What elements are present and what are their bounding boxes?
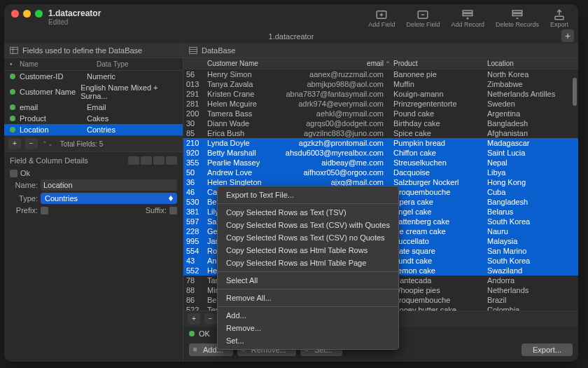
add-field-button[interactable]: Add Field [368, 8, 395, 28]
table-row[interactable]: 200Tamera Bassaehkl@mymail.comPound cake… [183, 109, 578, 118]
table-row[interactable]: 355Pearlie Masseyaidbeay@me.comStreuselk… [183, 158, 578, 168]
field-row[interactable]: Customer-IDNumeric [4, 71, 183, 82]
svg-rect-2 [463, 11, 472, 13]
delete-field-icon [416, 8, 429, 21]
table-row[interactable]: 920Betty Marshallahsdu6003@myrealbox.com… [183, 148, 578, 158]
delete-records-button[interactable]: Delete Records [496, 8, 539, 28]
fields-panel-title: Fields used to define the DataBase [22, 46, 142, 55]
context-menu-item[interactable]: Remove... [218, 322, 398, 334]
field-dot-col: • [10, 60, 20, 68]
context-menu-item[interactable]: Copy Selected Rows as Text (TSV) [218, 206, 398, 219]
field-type: English Name Mixed + Surna... [80, 83, 177, 100]
add-record-icon [461, 8, 474, 21]
ok-label: Ok [20, 169, 30, 177]
table-row[interactable]: 50Andrew Loveaifhoxr050@orgoo.comDacquoi… [183, 168, 578, 177]
table-row[interactable]: 013Tanya Zavalaabmjkpo988@aol.comMuffinZ… [183, 79, 578, 89]
remove-record-mini[interactable]: − [204, 313, 217, 325]
table-row[interactable]: 56Henry Simonaanex@ruzzmail.comBanonee p… [183, 69, 578, 79]
suffix-checkbox[interactable] [169, 207, 177, 214]
col-location[interactable]: Location [484, 60, 575, 67]
database-icon [189, 46, 197, 55]
type-select[interactable]: Countries [41, 193, 177, 204]
new-tab-button[interactable]: + [561, 29, 574, 42]
context-menu-item[interactable]: Copy Selected Rows as Html Table Rows [218, 244, 398, 257]
field-name: email [20, 103, 87, 111]
col-email[interactable]: email [281, 60, 386, 67]
toolbar: Add Field Delete Field Add Record Delete… [368, 8, 571, 28]
field-status-dot [10, 127, 15, 132]
window-close-button[interactable] [11, 10, 19, 18]
field-status-dot [10, 89, 15, 95]
fields-col-type[interactable]: Data Type [97, 60, 177, 68]
type-label: Type: [10, 194, 38, 203]
add-field-icon [375, 8, 388, 21]
export-button[interactable]: Export [550, 8, 568, 28]
fields-panel: Fields used to define the DataBase • Nam… [4, 43, 183, 362]
delete-records-icon [511, 8, 524, 21]
add-record-button[interactable]: Add Record [451, 8, 484, 28]
field-status-dot [10, 104, 15, 110]
export-icon [553, 8, 566, 21]
col-product[interactable]: Product [393, 60, 484, 67]
add-field-mini[interactable]: + [8, 138, 21, 149]
table-row[interactable]: 85Erica Bushagvzilnc883@juno.comSpice ca… [183, 128, 578, 138]
col-customer-name[interactable]: Customer Name [207, 60, 281, 67]
context-menu-item[interactable]: Export to Text File... [218, 189, 398, 201]
svg-rect-5 [512, 14, 522, 16]
fields-panel-icon [10, 46, 18, 55]
fields-col-name[interactable]: Name [20, 60, 97, 68]
svg-rect-6 [555, 16, 564, 20]
field-row[interactable]: Customer NameEnglish Name Mixed + Surna.… [4, 82, 183, 102]
field-name: Customer Name [20, 88, 80, 96]
field-row[interactable]: LocationContries [4, 124, 183, 135]
prefix-checkbox[interactable] [41, 207, 48, 214]
field-type: Contries [87, 125, 115, 134]
ok-status-dot [189, 331, 195, 336]
remove-field-mini[interactable]: − [25, 138, 38, 149]
context-menu: Export to Text File...Copy Selected Rows… [217, 186, 399, 350]
window-title: 1.datacreator [48, 8, 101, 18]
table-row[interactable]: 281Helen Mcguireadrk974@everymail.comPri… [183, 99, 578, 109]
context-menu-item[interactable]: Remove All... [218, 292, 398, 304]
context-menu-item[interactable]: Copy Selected Rows as Text (CSV) with Qu… [218, 219, 398, 231]
ok-status-label: OK [199, 329, 210, 338]
field-name: Customer-ID [20, 72, 87, 81]
context-menu-item[interactable]: Copy Selected Rows as Html Table Page [218, 257, 398, 269]
align-buttons[interactable] [128, 156, 177, 165]
context-menu-item[interactable]: Select All [218, 274, 398, 287]
name-label: Name: [10, 181, 38, 189]
delete-field-button[interactable]: Delete Field [406, 8, 440, 28]
total-fields-label: Total Fields: 5 [60, 140, 104, 148]
reorder-fields[interactable]: ⌃⌄ [42, 140, 53, 147]
grid-scrollbar[interactable] [573, 71, 577, 309]
details-header: Field & Column Details [10, 156, 88, 165]
name-field[interactable] [41, 179, 177, 191]
field-name: Location [20, 125, 87, 134]
window-minimize-button[interactable] [23, 10, 31, 18]
svg-rect-3 [463, 14, 472, 16]
table-row[interactable]: 210Lynda Doyleagzkzh@prontomail.comPumpk… [183, 138, 578, 148]
ok-checkbox[interactable] [10, 170, 18, 177]
field-type: Numeric [87, 72, 115, 81]
suffix-label: Suffix: [146, 206, 167, 214]
field-type: Cakes [87, 114, 108, 123]
tab-title: 1.datacreator [269, 32, 314, 41]
window-subtitle: Edited [48, 18, 101, 26]
table-row[interactable]: 30Diann Wadeagrqs00@dodgeit.comBirthday … [183, 118, 578, 128]
field-type: Email [87, 103, 106, 111]
svg-rect-4 [512, 11, 522, 13]
window-zoom-button[interactable] [35, 10, 43, 18]
context-menu-item[interactable]: Add... [218, 309, 398, 322]
export-bottom-button[interactable]: Export... [522, 343, 573, 356]
field-row[interactable]: ProductCakes [4, 113, 183, 124]
prefix-label: Prefix: [10, 206, 38, 214]
sort-indicator-icon[interactable]: ^ [386, 60, 393, 67]
table-row[interactable]: 291Kristen Craneabna7837@fantasymail.com… [183, 89, 578, 99]
field-row[interactable]: emailEmail [4, 102, 183, 113]
svg-rect-8 [190, 48, 197, 54]
add-record-mini[interactable]: + [188, 313, 200, 325]
context-menu-item[interactable]: Set... [218, 334, 398, 347]
context-menu-item[interactable]: Copy Selected Rows as Text (CSV) no Quot… [218, 231, 398, 244]
svg-rect-7 [10, 48, 18, 54]
field-name: Product [20, 114, 87, 123]
